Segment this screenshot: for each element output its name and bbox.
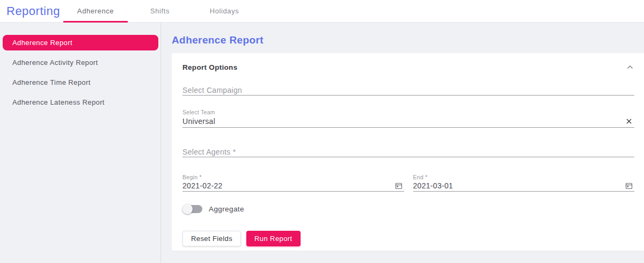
app-header: Reporting Adherence Shifts Holidays [0,0,644,23]
page-title: Adherence Report [172,34,644,46]
clear-team-button[interactable] [625,117,633,126]
sidebar-item-label: Adherence Lateness Report [12,98,105,106]
aggregate-label: Aggregate [209,205,244,213]
begin-date-field: Begin * [182,174,404,192]
tab-holidays-label: Holidays [210,7,239,15]
reset-fields-button[interactable]: Reset Fields [182,231,241,246]
report-options-title: Report Options [182,63,237,71]
select-team-input[interactable] [182,116,625,127]
date-range-row: Begin * End * [182,174,634,192]
end-date-input[interactable] [413,181,625,191]
begin-datepicker-button[interactable] [394,181,403,190]
tab-adherence-label: Adherence [77,7,114,15]
sidebar-item-adherence-report[interactable]: Adherence Report [3,35,158,50]
select-campaign-input[interactable] [182,85,634,95]
x-icon [626,118,632,125]
select-team-label: Select Team [182,109,634,115]
sidebar-item-label: Adherence Report [12,39,72,47]
begin-date-label: Begin * [182,174,404,180]
select-agents-input[interactable] [182,147,634,157]
report-options-header: Report Options [182,62,634,72]
calendar-icon [625,182,633,189]
end-date-field: End * [413,174,635,192]
sidebar-item-label: Adherence Activity Report [12,59,98,67]
calendar-icon [395,182,402,189]
aggregate-toggle-thumb [182,204,193,214]
collapse-panel-button[interactable] [626,64,634,70]
report-sidebar: Adherence Report Adherence Activity Repo… [0,23,161,263]
select-campaign-field [182,85,634,96]
tab-shifts[interactable]: Shifts [128,0,192,22]
chevron-up-icon [627,65,633,69]
sidebar-item-label: Adherence Time Report [12,78,91,86]
sidebar-item-adherence-activity-report[interactable]: Adherence Activity Report [0,55,160,70]
tab-bar: Adherence Shifts Holidays [63,0,257,22]
aggregate-toggle[interactable] [184,205,202,213]
content: Adherence Report Adherence Activity Repo… [0,23,644,263]
sidebar-item-adherence-lateness-report[interactable]: Adherence Lateness Report [0,94,160,110]
run-report-button[interactable]: Run Report [246,231,300,246]
end-date-label: End * [413,174,635,180]
begin-date-input[interactable] [182,181,394,191]
main-panel: Adherence Report Report Options Select T… [161,23,644,263]
select-agents-field [182,147,634,157]
actions-row: Reset Fields Run Report [182,231,634,246]
sidebar-item-adherence-time-report[interactable]: Adherence Time Report [0,75,160,90]
app-title: Reporting [6,4,63,18]
select-team-field: Select Team [182,109,634,128]
tab-shifts-label: Shifts [150,7,170,15]
tab-holidays[interactable]: Holidays [192,0,257,22]
report-options-card: Report Options Select Team [172,53,644,251]
aggregate-row: Aggregate [182,203,634,214]
tab-adherence[interactable]: Adherence [63,0,128,22]
end-datepicker-button[interactable] [625,181,633,190]
